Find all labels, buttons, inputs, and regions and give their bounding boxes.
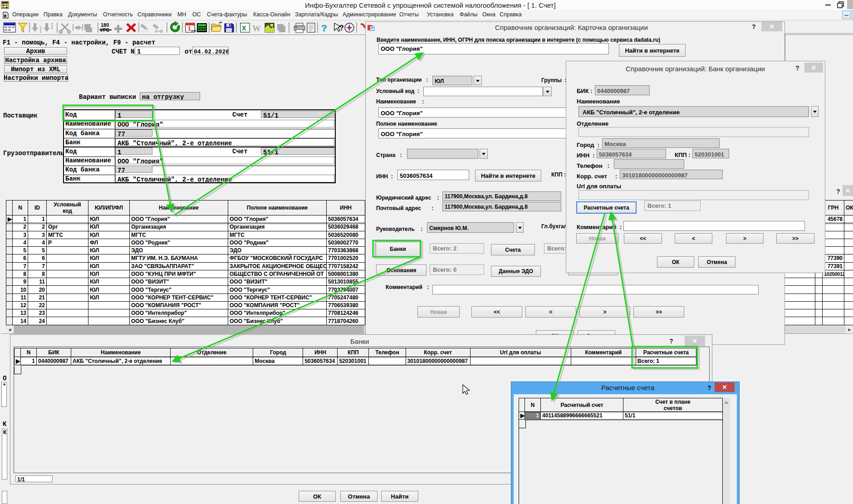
svg-text:X: X — [242, 24, 246, 32]
svg-text:янв: янв — [191, 29, 196, 32]
svg-text:180: 180 — [101, 22, 109, 28]
svg-text:А+В: А+В — [155, 29, 163, 34]
svg-text:1: 1 — [188, 25, 191, 32]
svg-text:?: ? — [321, 23, 327, 33]
svg-text:?: ? — [339, 24, 344, 32]
svg-text:W: W — [252, 24, 261, 33]
